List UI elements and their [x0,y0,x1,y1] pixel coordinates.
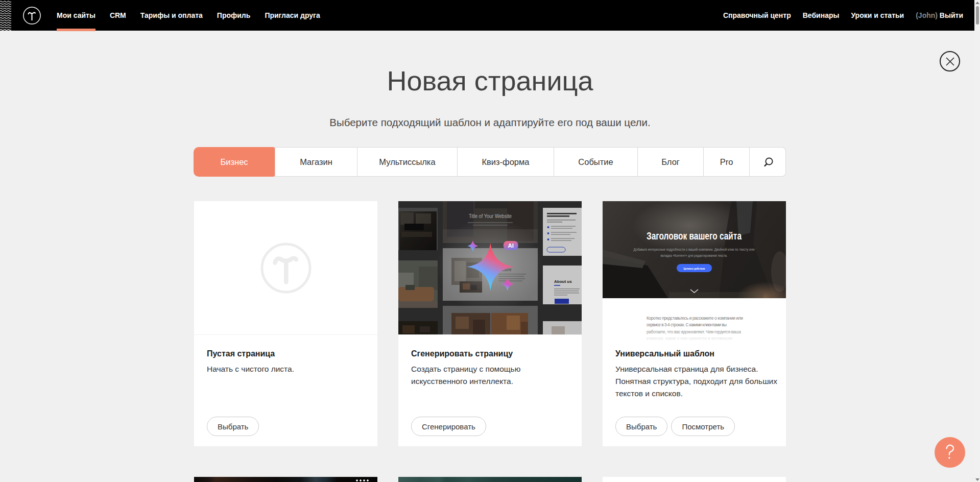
svg-text:Целевое действие: Целевое действие [684,267,706,270]
svg-text:сервисе в 3-4 строках. С каким: сервисе в 3-4 строках. С какими клиентам… [647,322,727,327]
svg-text:Коротко представьтесь и расска: Коротко представьтесь и расскажите о ком… [647,316,743,321]
svg-text:Добавьте интересные подробност: Добавьте интересные подробности о вашей … [634,247,755,252]
svg-text:AI: AI [508,243,514,249]
svg-text:Заголовок вашего сайта: Заголовок вашего сайта [647,230,742,242]
svg-text:вкладка «Контент» для редактир: вкладка «Контент» для редактирования тек… [661,253,728,258]
